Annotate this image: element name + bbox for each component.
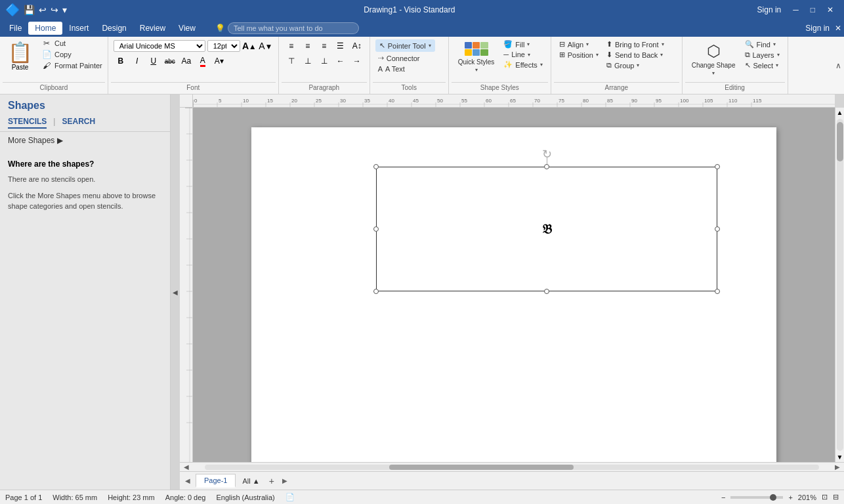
font-size-select[interactable]: 12pt bbox=[207, 40, 240, 52]
group-arrow[interactable]: ▾ bbox=[637, 62, 639, 68]
scroll-up-btn[interactable]: ▲ bbox=[835, 108, 844, 117]
fit-page-btn[interactable]: ⊡ bbox=[822, 493, 828, 501]
handle-mid-right[interactable] bbox=[715, 226, 720, 232]
effects-arrow[interactable]: ▾ bbox=[540, 62, 543, 68]
page-scroll-left[interactable]: ◀ bbox=[182, 477, 193, 484]
more-shapes-btn[interactable]: More Shapes ▶ bbox=[0, 132, 170, 149]
handle-mid-left[interactable] bbox=[373, 226, 379, 232]
customize-qat[interactable]: ▾ bbox=[62, 5, 67, 15]
maximize-btn[interactable]: □ bbox=[805, 4, 820, 16]
line-btn[interactable]: ─ Line ▾ bbox=[501, 50, 545, 59]
zoom-out-btn[interactable]: − bbox=[721, 494, 725, 501]
ribbon-collapse-btn[interactable]: ∧ bbox=[835, 61, 841, 70]
increase-font-btn[interactable]: A▲ bbox=[242, 39, 257, 52]
undo-icon[interactable]: ↩ bbox=[39, 5, 47, 15]
close-ribbon-btn[interactable]: ✕ bbox=[835, 24, 841, 33]
align-btn[interactable]: ⊟ Align ▾ bbox=[557, 39, 601, 49]
bring-to-front-btn[interactable]: ⬆ Bring to Front ▾ bbox=[604, 39, 667, 49]
quick-styles-arrow[interactable]: ▾ bbox=[475, 67, 478, 73]
handle-bottom-right[interactable] bbox=[715, 289, 720, 294]
line-arrow[interactable]: ▾ bbox=[528, 52, 530, 58]
menu-view[interactable]: View bbox=[172, 22, 202, 35]
scroll-left-btn[interactable]: ◀ bbox=[181, 463, 192, 471]
save-icon[interactable]: 💾 bbox=[24, 5, 35, 15]
v-scroll-track[interactable] bbox=[837, 119, 843, 451]
tab-search[interactable]: SEARCH bbox=[62, 117, 95, 129]
v-scroll-thumb[interactable] bbox=[837, 122, 843, 161]
send-to-back-btn[interactable]: ⬇ Send to Back ▾ bbox=[604, 50, 667, 60]
canvas-scroll[interactable]: ↻ 𝔅 bbox=[193, 108, 835, 462]
h-scroll-thumb[interactable] bbox=[389, 465, 574, 470]
page-scroll-right[interactable]: ▶ bbox=[280, 477, 290, 484]
align-center-btn[interactable]: ≡ bbox=[301, 39, 315, 52]
handle-top-left[interactable] bbox=[373, 164, 379, 169]
handle-bottom-center[interactable] bbox=[544, 289, 549, 294]
decrease-font-btn[interactable]: A▼ bbox=[259, 39, 273, 52]
handle-top-center[interactable] bbox=[544, 164, 549, 169]
sidebar-collapse-btn[interactable]: ◀ bbox=[171, 94, 180, 490]
selected-shape-container[interactable]: ↻ 𝔅 bbox=[376, 167, 717, 291]
menu-home[interactable]: Home bbox=[28, 22, 62, 35]
align-right-btn[interactable]: ≡ bbox=[317, 39, 331, 52]
connector-btn[interactable]: ⇢ Connector bbox=[375, 53, 423, 63]
quick-styles-btn[interactable]: Quick Styles ▾ bbox=[454, 39, 499, 75]
select-arrow[interactable]: ▾ bbox=[776, 62, 778, 68]
fill-btn[interactable]: 🪣 Fill ▾ bbox=[501, 39, 545, 49]
add-page-btn[interactable]: + bbox=[266, 476, 277, 486]
canvas-page[interactable]: ↻ 𝔅 bbox=[251, 127, 776, 462]
redo-icon[interactable]: ↪ bbox=[51, 5, 58, 15]
position-arrow[interactable]: ▾ bbox=[596, 52, 599, 58]
h-scroll-track[interactable] bbox=[205, 465, 819, 470]
strikethrough-btn[interactable]: abc bbox=[163, 54, 177, 68]
format-painter-button[interactable]: 🖌 Format Painter bbox=[39, 60, 105, 71]
copy-button[interactable]: 📄 Copy bbox=[39, 49, 105, 60]
effects-btn[interactable]: ✨ Effects ▾ bbox=[501, 60, 545, 70]
font-size-aa-btn[interactable]: Aa bbox=[179, 54, 194, 68]
page-tab-all[interactable]: All ▲ bbox=[238, 476, 263, 486]
bold-btn[interactable]: B bbox=[114, 54, 128, 68]
fit-width-btn[interactable]: ⊟ bbox=[833, 493, 839, 501]
cut-button[interactable]: ✂ Cut bbox=[39, 38, 105, 49]
bullet-list-btn[interactable]: ☰ bbox=[333, 39, 348, 52]
handle-top-right[interactable] bbox=[715, 164, 720, 169]
pointer-dropdown-arrow[interactable]: ▾ bbox=[429, 43, 431, 49]
fill-arrow[interactable]: ▾ bbox=[527, 41, 530, 47]
menu-file[interactable]: File bbox=[3, 22, 28, 35]
scroll-right-btn[interactable]: ▶ bbox=[832, 463, 843, 471]
minimize-btn[interactable]: ─ bbox=[788, 4, 804, 16]
decrease-indent-btn[interactable]: ← bbox=[333, 54, 348, 68]
change-shape-arrow[interactable]: ▾ bbox=[712, 70, 715, 76]
tab-stencils[interactable]: STENCILS bbox=[8, 117, 47, 129]
font-highlight-btn[interactable]: A▾ bbox=[212, 54, 226, 68]
group-btn[interactable]: ⧉ Group ▾ bbox=[604, 60, 667, 70]
menu-design[interactable]: Design bbox=[95, 22, 133, 35]
layers-arrow[interactable]: ▾ bbox=[777, 52, 780, 58]
position-btn[interactable]: ⊞ Position ▾ bbox=[557, 50, 601, 60]
find-btn[interactable]: 🔍 Find ▾ bbox=[742, 39, 782, 49]
handle-bottom-left[interactable] bbox=[373, 289, 379, 294]
page-tab-1[interactable]: Page-1 bbox=[196, 474, 236, 488]
increase-indent-btn[interactable]: → bbox=[350, 54, 364, 68]
sign-in-menu[interactable]: Sign in bbox=[805, 24, 830, 33]
underline-btn[interactable]: U bbox=[146, 54, 161, 68]
menu-review[interactable]: Review bbox=[133, 22, 172, 35]
italic-btn[interactable]: I bbox=[130, 54, 144, 68]
zoom-slider[interactable] bbox=[730, 496, 783, 499]
pointer-tool-btn[interactable]: ↖ Pointer Tool ▾ bbox=[375, 39, 435, 52]
align-left-btn[interactable]: ≡ bbox=[284, 39, 299, 52]
align-top-btn[interactable]: ⊤ bbox=[284, 54, 299, 68]
tell-me-input[interactable] bbox=[228, 22, 359, 34]
sign-in-btn[interactable]: Sign in bbox=[752, 4, 787, 16]
scroll-down-btn[interactable]: ▼ bbox=[835, 452, 844, 462]
zoom-in-btn[interactable]: + bbox=[788, 494, 792, 501]
close-btn[interactable]: ✕ bbox=[822, 4, 839, 16]
shape-rectangle[interactable]: 𝔅 bbox=[376, 167, 717, 291]
text-btn[interactable]: A A Text bbox=[375, 64, 408, 74]
font-family-select[interactable]: Arial Unicode MS bbox=[114, 40, 205, 52]
layers-btn[interactable]: ⧉ Layers ▾ bbox=[742, 50, 782, 60]
bring-front-arrow[interactable]: ▾ bbox=[662, 41, 664, 47]
select-btn[interactable]: ↖ Select ▾ bbox=[742, 60, 782, 70]
send-back-arrow[interactable]: ▾ bbox=[660, 52, 663, 58]
menu-insert[interactable]: Insert bbox=[62, 22, 95, 35]
align-middle-btn[interactable]: ⊥ bbox=[301, 54, 315, 68]
